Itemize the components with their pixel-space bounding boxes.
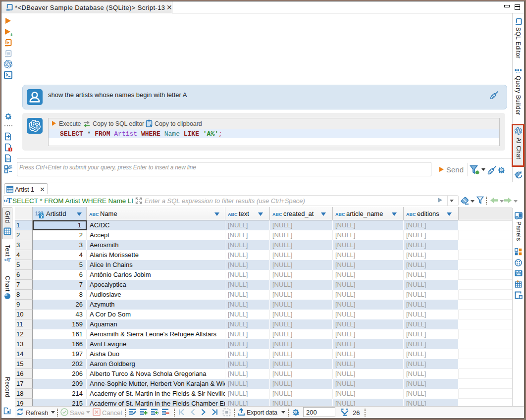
svg-text:T: T [7, 197, 12, 204]
svg-text:(x): (x) [6, 157, 10, 161]
svg-text:T: T [7, 257, 11, 262]
